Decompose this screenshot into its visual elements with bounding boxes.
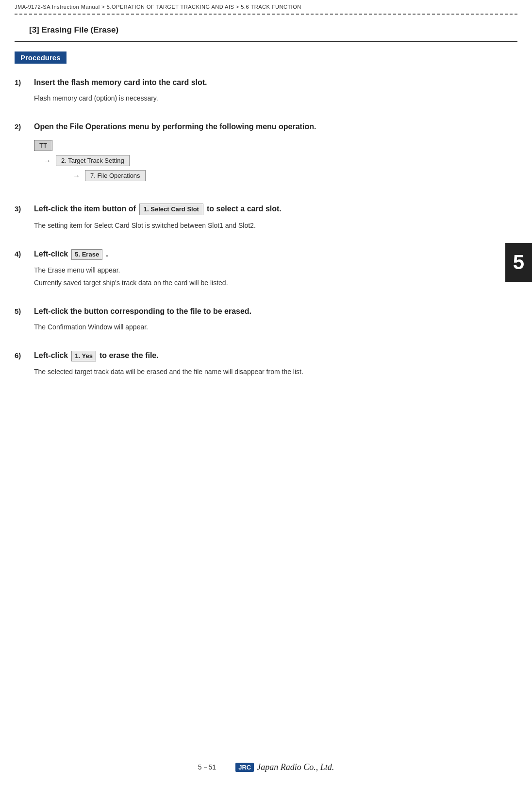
- erase-btn: 5. Erase: [71, 249, 102, 260]
- step-6-body: Left-click 1. Yes to erase the file. The…: [34, 350, 517, 377]
- step-5: 5) Left-click the button corresponding t…: [15, 306, 517, 333]
- step-1-heading: Insert the flash memory card into the ca…: [34, 77, 517, 88]
- page-number: 5－51: [198, 763, 216, 772]
- step-5-body: Left-click the button corresponding to t…: [34, 306, 517, 333]
- step-4: 4) Left-click 5. Erase . The Erase menu …: [15, 249, 517, 289]
- step-4-heading: Left-click 5. Erase .: [34, 249, 517, 260]
- step-2-number: 2): [15, 121, 34, 131]
- step-1: 1) Insert the flash memory card into the…: [15, 77, 517, 104]
- step-3-heading: Left-click the item button of 1. Select …: [34, 204, 517, 215]
- section-title: [3] Erasing File (Erase): [15, 15, 517, 42]
- step-4-desc1: The Erase menu will appear.: [34, 265, 517, 275]
- target-track-setting-btn: 2. Target Track Setting: [56, 155, 130, 166]
- step-3: 3) Left-click the item button of 1. Sele…: [15, 204, 517, 231]
- procedures-badge: Procedures: [15, 51, 66, 64]
- menu-diagram: TT → 2. Target Track Setting → 7. File O…: [34, 140, 517, 181]
- step-4-heading-post: .: [106, 249, 108, 259]
- step-6-heading-pre: Left-click: [34, 350, 68, 361]
- menu-row-2: → 7. File Operations: [73, 170, 517, 181]
- step-1-body: Insert the flash memory card into the ca…: [34, 77, 517, 104]
- step-2: 2) Open the File Operations menu by perf…: [15, 121, 517, 186]
- step-5-heading: Left-click the button corresponding to t…: [34, 306, 517, 317]
- step-2-body: Open the File Operations menu by perform…: [34, 121, 517, 186]
- file-operations-btn: 7. File Operations: [85, 170, 146, 181]
- footer: 5－51 JRC Japan Radio Co., Ltd.: [0, 762, 532, 772]
- step-6: 6) Left-click 1. Yes to erase the file. …: [15, 350, 517, 377]
- chapter-tab: 5: [505, 243, 532, 282]
- footer-logo: JRC Japan Radio Co., Ltd.: [235, 762, 334, 772]
- step-4-number: 4): [15, 249, 34, 258]
- main-content: 1) Insert the flash memory card into the…: [0, 77, 532, 377]
- step-1-number: 1): [15, 77, 34, 86]
- step-6-desc: The selected target track data will be e…: [34, 366, 517, 377]
- step-6-heading: Left-click 1. Yes to erase the file.: [34, 350, 517, 361]
- step-3-body: Left-click the item button of 1. Select …: [34, 204, 517, 231]
- step-2-heading: Open the File Operations menu by perform…: [34, 121, 517, 132]
- select-card-slot-btn: 1. Select Card Slot: [139, 204, 203, 215]
- step-1-desc: Flash memory card (option) is necessary.: [34, 93, 517, 103]
- step-5-number: 5): [15, 306, 34, 315]
- menu-top-row: TT: [34, 140, 517, 151]
- step-6-number: 6): [15, 350, 34, 359]
- step-3-desc: The setting item for Select Card Slot is…: [34, 220, 517, 231]
- arrow-1: →: [44, 156, 51, 165]
- step-5-desc: The Confirmation Window will appear.: [34, 322, 517, 332]
- yes-btn: 1. Yes: [71, 351, 96, 361]
- step-3-heading-post: to select a card slot.: [207, 204, 282, 214]
- step-4-heading-pre: Left-click: [34, 249, 68, 259]
- step-3-heading-pre: Left-click the item button of: [34, 204, 136, 214]
- tt-button: TT: [34, 140, 52, 151]
- menu-row-1: → 2. Target Track Setting: [44, 155, 517, 166]
- breadcrumb: JMA-9172-SA Instruction Manual > 5.OPERA…: [0, 0, 532, 14]
- brand-name: Japan Radio Co., Ltd.: [257, 762, 334, 772]
- step-3-number: 3): [15, 204, 34, 213]
- step-4-body: Left-click 5. Erase . The Erase menu wil…: [34, 249, 517, 289]
- jrc-label: JRC: [235, 763, 254, 772]
- arrow-2: →: [73, 171, 80, 180]
- step-6-heading-post: to erase the file.: [100, 350, 159, 361]
- step-4-desc2: Currently saved target ship's track data…: [34, 277, 517, 288]
